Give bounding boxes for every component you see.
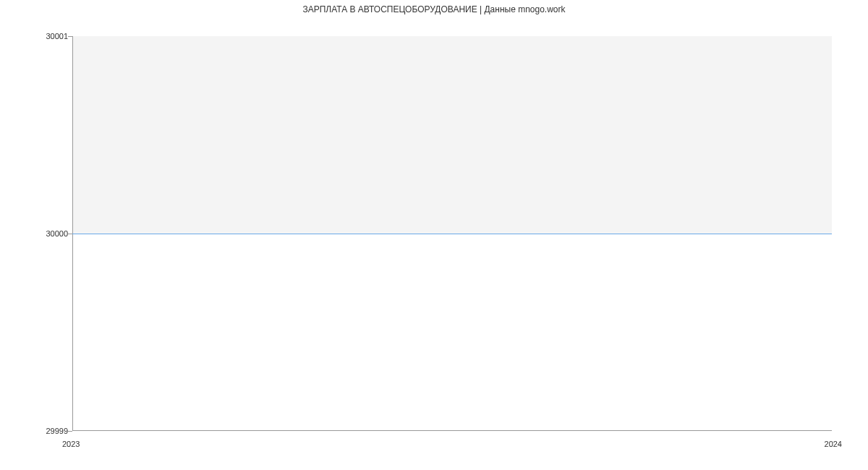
plot-area: [72, 36, 832, 431]
data-series-line: [72, 234, 832, 234]
x-axis-tick-label: 2023: [62, 440, 80, 448]
plot-background-lower: [72, 234, 832, 431]
chart-title: ЗАРПЛАТА В АВТОСПЕЦОБОРУДОВАНИЕ | Данные…: [0, 4, 868, 14]
y-axis-tick-label: 30001: [46, 32, 68, 40]
y-tick: [68, 431, 72, 432]
y-axis-tick-label: 29999: [46, 427, 68, 435]
x-axis-tick-label: 2024: [825, 440, 842, 448]
plot-background-upper: [72, 36, 832, 234]
salary-chart: ЗАРПЛАТА В АВТОСПЕЦОБОРУДОВАНИЕ | Данные…: [0, 0, 868, 470]
y-axis-tick-label: 30000: [46, 229, 68, 238]
